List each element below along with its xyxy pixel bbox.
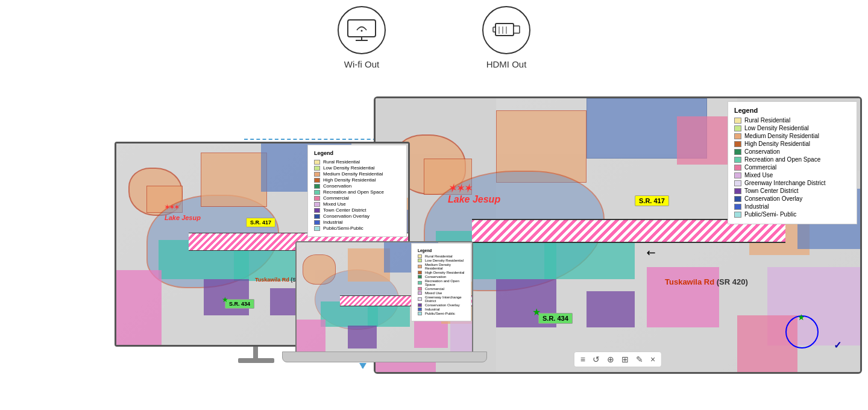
- lap-legend-pub: Public/Semi-Public: [418, 312, 465, 315]
- mon-star: ★: [222, 295, 228, 304]
- hdmi-out-label: HDMI Out: [486, 59, 527, 69]
- hdmi-out-icon-circle: [482, 6, 530, 54]
- legend-item-medium: Medium Density Residential: [734, 133, 851, 139]
- lap-legend-green: Greenway Interchange District: [418, 295, 465, 303]
- tv-legend: Legend Rural Residential Low Density Res…: [728, 101, 857, 224]
- laptop-map-content: Legend Rural Residential Low Density Res…: [297, 242, 472, 352]
- wifi-out-icon-circle: [338, 6, 386, 54]
- toolbar-grid-icon[interactable]: ⊞: [621, 355, 629, 364]
- svg-rect-4: [495, 24, 514, 36]
- wifi-out-container: Wi-fi Out: [338, 6, 386, 69]
- arrow-wifi-to-monitor: [244, 139, 383, 140]
- legend-item-greenway: Greenway Interchange District: [734, 180, 851, 186]
- toolbar-refresh-icon[interactable]: ↺: [593, 355, 600, 364]
- mon-legend-mixed: Mixed Use: [314, 201, 400, 207]
- legend-item-mixed: Mixed Use: [734, 172, 851, 178]
- legend-item-low: Low Density Residential: [734, 125, 851, 131]
- mon-legend-high: High Density Residential: [314, 177, 400, 183]
- legend-item-town-center: Town Center District: [734, 188, 851, 194]
- lap-purple: [348, 326, 377, 348]
- svg-point-3: [361, 30, 363, 32]
- mon-legend-public: Public/Semi-Public: [314, 226, 400, 231]
- top-icons-container: Wi-fi Out HDMI Out: [0, 6, 868, 69]
- lap-legend-high: High Density Residential: [418, 271, 465, 274]
- lap-legend-com: Commercial: [418, 287, 465, 291]
- mon-legend-medium: Medium Density Residential: [314, 171, 400, 177]
- tv-toolbar: ≡ ↺ ⊕ ⊞ ✎ ×: [574, 352, 662, 367]
- mon-zone3: [201, 153, 267, 207]
- legend-item-high: High Density Residential: [734, 140, 851, 147]
- lap-legend-ind: Industrial: [418, 308, 465, 311]
- svg-rect-6: [493, 27, 495, 32]
- tv-zone-purple: [496, 279, 556, 327]
- legend-item-public: Public/Semi- Public: [734, 211, 851, 218]
- laptop-screen: Legend Rural Residential Low Density Res…: [295, 241, 473, 353]
- legend-item-rural: Rural Residential: [734, 117, 851, 124]
- mon-legend-recreation: Recreation and Open Space: [314, 189, 400, 195]
- mon-legend-commercial: Commercial: [314, 195, 400, 201]
- lap-legend-medium: Medium Density Residential: [418, 263, 465, 270]
- tv-zone-pink2: [647, 267, 719, 327]
- lap-right2: [450, 321, 472, 352]
- mon-legend-town: Town Center District: [314, 207, 400, 213]
- wifi-out-label: Wi-fi Out: [344, 59, 379, 69]
- lap-legend: Legend Rural Residential Low Density Res…: [411, 243, 471, 321]
- mon-legend-industrial: Industrial: [314, 219, 400, 225]
- toolbar-edit-icon[interactable]: ✎: [636, 355, 643, 364]
- toolbar-close-icon[interactable]: ×: [650, 355, 655, 364]
- svg-rect-5: [514, 26, 520, 33]
- lap-legend-mix: Mixed Use: [418, 291, 465, 295]
- legend-item-conservation: Conservation: [734, 148, 851, 155]
- lap-legend-rec: Recreation and Open Space: [418, 279, 465, 286]
- lap-legend-cons: Conservation: [418, 275, 465, 279]
- mon-pink1: [116, 270, 162, 345]
- lap-legend-rural: Rural Residential: [418, 254, 465, 258]
- lap-pink: [297, 320, 326, 352]
- mon-legend-rural: Rural Residential: [314, 159, 400, 165]
- legend-item-industrial: Industrial: [734, 203, 851, 210]
- toolbar-zoom-icon[interactable]: ⊕: [607, 355, 614, 364]
- tv-zone-purple2: [587, 291, 635, 327]
- legend-item-recreation: Recreation and Open Space: [734, 156, 851, 163]
- mon-legend-overlay: Conservation Overlay: [314, 213, 400, 219]
- legend-item-commercial: Commercial: [734, 164, 851, 171]
- lap-legend-low: Low Density Residential: [418, 259, 465, 262]
- legend-item-cons-overlay: Conservation Overlay: [734, 195, 851, 202]
- tv-check: ✓: [834, 339, 841, 351]
- mon-legend: Legend Rural Residential Low Density Res…: [307, 145, 407, 237]
- tv-star2: ★: [797, 312, 805, 322]
- mon-legend-conservation: Conservation: [314, 183, 400, 189]
- monitor-stand-base: [238, 358, 274, 363]
- mon-legend-low: Low Density Residential: [314, 165, 400, 171]
- lap-legend-town: Conservation Overlay: [418, 303, 465, 307]
- toolbar-menu-icon[interactable]: ≡: [580, 355, 585, 364]
- laptop-base: SAMSUNG: [282, 352, 487, 362]
- svg-rect-0: [348, 20, 376, 37]
- hdmi-out-container: HDMI Out: [482, 6, 530, 69]
- tv-star-sr434: ★: [532, 306, 541, 318]
